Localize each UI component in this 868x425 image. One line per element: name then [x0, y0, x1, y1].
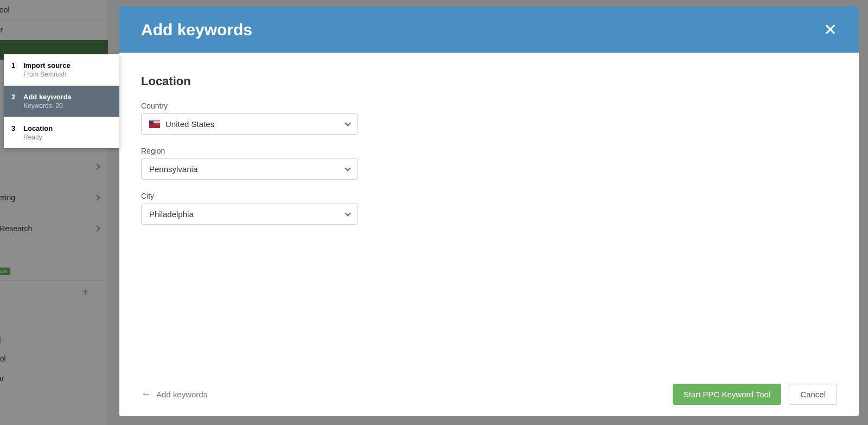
step-import-source[interactable]: 1 Import source From Semrush	[4, 54, 119, 86]
add-keywords-modal: Add keywords ✕ Location Country United S…	[119, 7, 859, 416]
step-subtitle: Keywords: 20	[23, 102, 72, 110]
step-number: 2	[11, 93, 23, 110]
country-value: United States	[165, 119, 214, 129]
step-number: 3	[11, 124, 23, 141]
location-heading: Location	[141, 74, 837, 88]
step-title: Add keywords	[23, 93, 72, 101]
back-button[interactable]: ← Add keywords	[141, 389, 207, 400]
city-label: City	[141, 192, 837, 200]
start-ppc-button[interactable]: Start PPC Keyword Tool	[673, 384, 782, 405]
city-value: Philadelphia	[149, 210, 194, 219]
region-label: Region	[141, 147, 837, 155]
modal-header: Add keywords ✕	[119, 7, 859, 53]
country-label: Country	[141, 102, 837, 110]
step-subtitle: Ready	[23, 134, 53, 141]
chevron-down-icon	[344, 165, 350, 171]
chevron-down-icon	[344, 120, 350, 126]
step-subtitle: From Semrush	[23, 71, 71, 78]
modal-footer: ← Add keywords Start PPC Keyword Tool Ca…	[119, 373, 859, 416]
country-select[interactable]: United States	[141, 113, 358, 135]
cancel-button[interactable]: Cancel	[789, 384, 837, 405]
step-number: 1	[11, 61, 23, 78]
close-icon[interactable]: ✕	[824, 20, 837, 39]
back-label: Add keywords	[156, 390, 207, 399]
chevron-down-icon	[344, 210, 350, 216]
step-panel: 1 Import source From Semrush 2 Add keywo…	[4, 54, 119, 148]
step-title: Import source	[23, 61, 71, 69]
region-value: Pennsylvania	[149, 164, 197, 174]
modal-title: Add keywords	[141, 21, 252, 39]
step-location[interactable]: 3 Location Ready	[4, 117, 119, 148]
city-select[interactable]: Philadelphia	[141, 204, 358, 225]
step-title: Location	[23, 124, 53, 132]
us-flag-icon	[149, 120, 160, 128]
button-group: Start PPC Keyword Tool Cancel	[673, 384, 837, 405]
modal-body: Location Country United States Region Pe…	[119, 53, 859, 373]
region-select[interactable]: Pennsylvania	[141, 158, 358, 180]
step-add-keywords[interactable]: 2 Add keywords Keywords: 20	[4, 86, 119, 117]
arrow-left-icon: ←	[141, 389, 151, 400]
